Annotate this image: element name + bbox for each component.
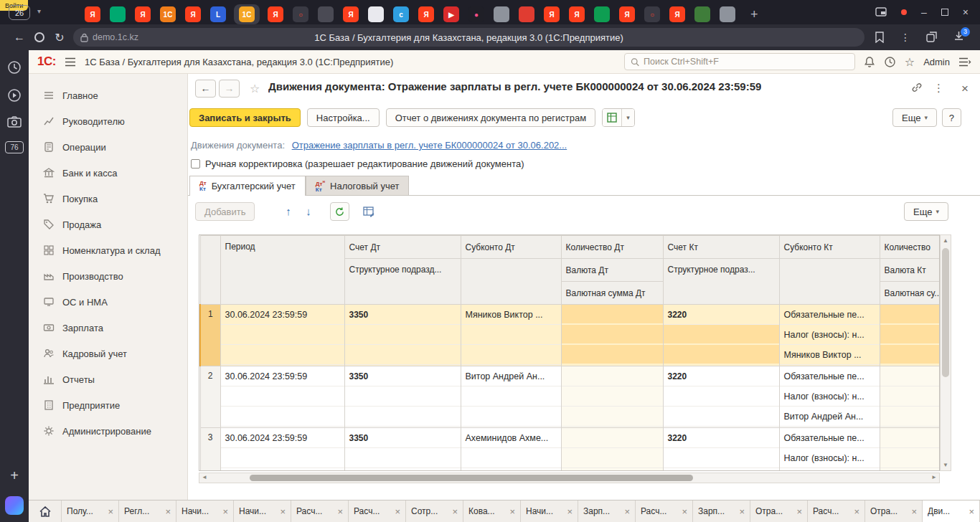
col-debit-subconto[interactable]: Субконто Дт <box>461 236 561 259</box>
menu-item-administrirovanie[interactable]: Администрирование <box>29 418 187 444</box>
maximize-button[interactable] <box>941 9 948 16</box>
bottom-tab-close-icon[interactable]: × <box>452 506 458 517</box>
credit-subconto-cell[interactable]: Обязательные пе...Налог (взносы): н...Ви… <box>779 366 880 428</box>
browser-tab-favicon[interactable]: Я <box>619 6 635 22</box>
col-credit-currency[interactable]: Валюта Кт <box>880 259 940 282</box>
credit-subconto-cell[interactable]: Обязательные пе...Налог (взносы): н...Мя… <box>779 305 880 366</box>
table-row[interactable]: 1 30.06.2024 23:59:59 3350 Мяников Викто… <box>200 305 940 366</box>
report-button[interactable]: Отчет о движениях документа по регистрам <box>386 108 596 127</box>
browser-tab-favicon[interactable]: Я <box>569 6 585 22</box>
credit-account-cell[interactable]: 3220 <box>663 305 779 366</box>
credit-subconto-cell[interactable]: Обязательные пе...Налог (взносы): н... <box>779 428 880 472</box>
export-dropdown-icon[interactable]: ▾ <box>621 109 634 126</box>
favorites-star-icon[interactable]: ☆ <box>905 55 915 69</box>
browser-tab-favicon[interactable]: ▶ <box>443 6 459 22</box>
row-num-cell[interactable]: 2 <box>200 366 220 428</box>
browser-reload-icon[interactable]: ↻ <box>50 31 69 44</box>
bottom-tab[interactable]: Зарп...× <box>693 500 750 522</box>
bottom-tab-close-icon[interactable]: × <box>165 506 171 517</box>
scroll-right-icon[interactable]: ► <box>931 474 937 480</box>
tab-list-chevron-icon[interactable]: ▾ <box>37 7 41 15</box>
bottom-tab-close-icon[interactable]: × <box>395 506 400 517</box>
debit-account-cell[interactable]: 3350 <box>344 305 461 366</box>
bottom-tab[interactable]: Сотр...× <box>406 500 463 522</box>
downloads-icon[interactable]: 3 <box>953 31 964 44</box>
vertical-scroll-thumb[interactable] <box>942 248 949 377</box>
credit-qty-cell[interactable] <box>880 366 940 428</box>
col-debit-account[interactable]: Счет Дт <box>344 236 461 259</box>
browser-tab-favicon[interactable]: ○ <box>293 6 308 22</box>
bottom-tab[interactable]: Зарп...× <box>578 500 636 522</box>
bottom-tab-close-icon[interactable]: × <box>969 506 974 517</box>
col-debit-qty[interactable]: Количество Дт <box>561 236 663 259</box>
browser-back-icon[interactable]: ← <box>10 31 29 44</box>
browser-tab-favicon[interactable] <box>519 6 534 22</box>
bottom-tab[interactable]: Кова...× <box>463 500 521 522</box>
main-menu-burger-icon[interactable] <box>65 57 76 67</box>
bottom-tab-active[interactable]: Дви...× <box>923 500 980 522</box>
col-debit-account-sub[interactable]: Структурное подразд... <box>344 259 461 305</box>
debit-subconto-cell[interactable]: Витор Андрей Ан... <box>461 366 561 428</box>
export-split-button[interactable]: ▾ <box>602 108 635 127</box>
browser-tab-favicon[interactable]: L <box>210 6 226 22</box>
col-credit-account[interactable]: Счет Кт <box>663 236 779 259</box>
col-credit-account-sub[interactable]: Структурное подраз... <box>663 259 779 305</box>
minimize-button[interactable]: – <box>921 7 927 17</box>
alice-assistant-icon[interactable] <box>5 496 24 515</box>
history-icon[interactable] <box>7 60 22 75</box>
browser-tab-favicon[interactable] <box>720 6 735 22</box>
table-row[interactable]: 2 30.06.2024 23:59:59 3350 Витор Андрей … <box>200 366 940 428</box>
search-input[interactable] <box>644 57 849 67</box>
tab-tax[interactable]: ДтнКт Налоговый учет <box>306 176 410 195</box>
browser-tab-favicon[interactable]: 1С <box>239 6 255 22</box>
row-num-cell[interactable]: 1 <box>200 305 220 366</box>
forward-button[interactable]: → <box>219 80 240 98</box>
global-search[interactable] <box>624 53 855 70</box>
screenshot-camera-icon[interactable] <box>7 116 22 128</box>
credit-qty-cell[interactable] <box>880 428 940 472</box>
bottom-tab-close-icon[interactable]: × <box>739 506 745 517</box>
bottom-tab-close-icon[interactable]: × <box>509 506 515 517</box>
more-button[interactable]: Еще▾ <box>892 108 937 127</box>
bottom-tab-close-icon[interactable]: × <box>222 506 228 517</box>
back-button[interactable]: ← <box>195 80 216 98</box>
bottom-tab[interactable]: Начи...× <box>234 500 291 522</box>
bottom-tab[interactable]: Расч...× <box>291 500 349 522</box>
debit-qty-cell[interactable] <box>561 366 663 428</box>
bottom-tab[interactable]: Расч...× <box>349 500 406 522</box>
bottom-tab-close-icon[interactable]: × <box>911 506 917 517</box>
browser-active-tab[interactable]: 1С <box>234 4 260 24</box>
credit-qty-cell[interactable] <box>880 305 940 366</box>
debit-qty-cell[interactable] <box>561 305 663 366</box>
move-up-button[interactable]: ↑ <box>280 204 297 219</box>
service-menu-icon[interactable] <box>958 57 971 67</box>
browser-tab-favicon[interactable]: Я <box>85 6 100 22</box>
panel-badge[interactable]: 76 <box>5 141 24 153</box>
add-button[interactable]: Добавить <box>195 202 255 221</box>
scroll-down-icon[interactable]: ▼ <box>941 462 951 468</box>
bottom-tab[interactable]: Расч...× <box>808 500 865 522</box>
panel-add-icon[interactable]: + <box>10 468 19 483</box>
bottom-tab[interactable]: Отра...× <box>750 500 808 522</box>
get-link-icon[interactable] <box>911 82 923 95</box>
debit-account-cell[interactable]: 3350 <box>344 428 461 472</box>
menu-item-proizvodstvo[interactable]: Производство <box>29 263 187 289</box>
browser-tab-favicon[interactable]: 1С <box>160 6 176 22</box>
col-debit-currency-sum[interactable]: Валютная сумма Дт <box>561 282 663 305</box>
table-row[interactable]: 3 30.06.2024 23:59:59 3350 Ахеминидов Ах… <box>200 428 940 472</box>
bookmark-icon[interactable] <box>875 32 885 43</box>
period-cell[interactable]: 30.06.2024 23:59:59 <box>220 366 344 428</box>
collections-icon[interactable] <box>926 32 938 43</box>
browser-tab-favicon[interactable] <box>368 6 384 22</box>
bottom-tab-close-icon[interactable]: × <box>337 506 343 517</box>
menu-item-glavnoe[interactable]: Главное <box>29 82 187 108</box>
horizontal-scrollbar[interactable]: ◄ ► <box>199 473 940 483</box>
play-icon[interactable] <box>7 88 22 103</box>
menu-item-kadrovyi-uchet[interactable]: Кадровый учет <box>29 341 187 366</box>
close-form-button[interactable]: × <box>961 82 969 96</box>
scroll-left-icon[interactable]: ◄ <box>202 474 207 480</box>
table-settings-button[interactable] <box>359 202 378 221</box>
browser-tab-favicon[interactable]: ○ <box>644 6 660 22</box>
bottom-tab[interactable]: Отра...× <box>865 500 923 522</box>
save-close-button[interactable]: Записать и закрыть <box>189 108 301 127</box>
